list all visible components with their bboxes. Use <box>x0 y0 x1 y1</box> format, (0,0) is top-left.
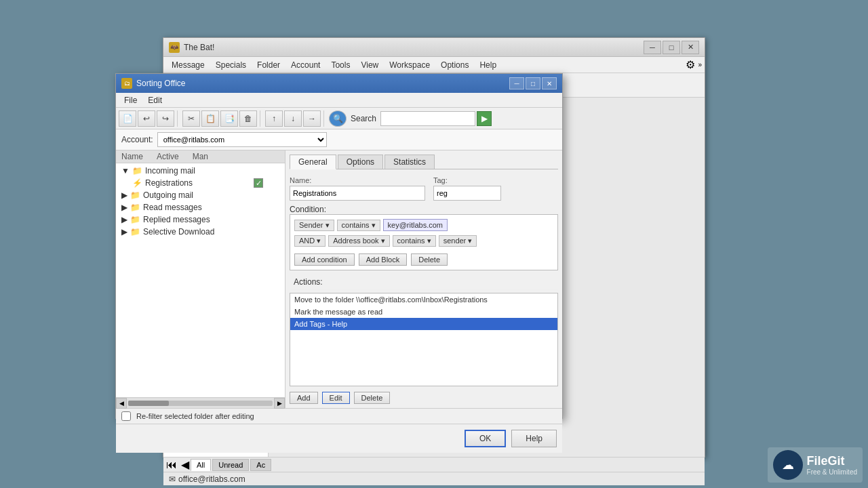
ok-button[interactable]: OK <box>465 430 506 447</box>
bottom-tabs: ⏮ ◀ All Unread Ac <box>163 457 705 472</box>
main-menubar: Message Specials Folder Account Tools Vi… <box>163 57 705 73</box>
dialog-body: Name Active Man ▼ 📁 Incoming mail ⚡ Regi… <box>116 150 562 408</box>
actions-box: Move to the folder \\office@ritlabs.com\… <box>290 293 558 386</box>
close-button[interactable]: ✕ <box>682 41 699 54</box>
dialog-title: Sorting Office <box>136 79 508 88</box>
h-scrollbar[interactable]: ◀ ▶ <box>116 397 285 408</box>
condition-box: Sender ▾ contains ▾ key@ritlabs.com AND … <box>290 214 558 270</box>
cond-value-1[interactable]: key@ritlabs.com <box>383 219 448 231</box>
tab-statistics[interactable]: Statistics <box>384 155 435 169</box>
menu-folder[interactable]: Folder <box>252 58 285 72</box>
menu-help[interactable]: Help <box>474 58 502 72</box>
delete-condition-button[interactable]: Delete <box>411 253 448 266</box>
filter-active-checkbox[interactable]: ✓ <box>254 178 263 188</box>
add-block-button[interactable]: Add Block <box>359 253 408 266</box>
dtb-undo[interactable]: ↩ <box>138 110 155 127</box>
filter-folder-selective[interactable]: ▶ 📁 Selective Download <box>116 226 285 238</box>
add-action-button[interactable]: Add <box>290 392 318 404</box>
dtb-paste[interactable]: 📑 <box>220 110 238 127</box>
edit-action-button[interactable]: Edit <box>322 392 350 404</box>
dialog-menu-file[interactable]: File <box>119 94 142 107</box>
folder-name: Incoming mail <box>145 166 195 176</box>
menu-tools[interactable]: Tools <box>326 58 355 72</box>
dtb-sep3 <box>323 110 326 127</box>
filter-folder-incoming[interactable]: ▼ 📁 Incoming mail <box>116 165 285 177</box>
dialog-menu-edit[interactable]: Edit <box>142 94 167 107</box>
action-item-3[interactable]: Add Tags - Help <box>290 318 557 330</box>
cond-contains-btn[interactable]: contains ▾ <box>337 220 380 231</box>
tag-input[interactable] <box>433 186 501 201</box>
dialog-bottom: Re-filter selected folder after editing <box>116 408 562 424</box>
expand-icon[interactable]: » <box>698 61 702 68</box>
cond-addressbook-btn[interactable]: Address book ▾ <box>328 235 389 247</box>
condition-row-1: Sender ▾ contains ▾ key@ritlabs.com <box>294 219 553 231</box>
dtb-up[interactable]: ↑ <box>265 110 283 127</box>
menu-account[interactable]: Account <box>285 58 326 72</box>
menu-specials[interactable]: Specials <box>210 58 252 72</box>
cond-contains2-btn[interactable]: contains ▾ <box>393 235 436 247</box>
dialog-maximize[interactable]: □ <box>526 77 540 89</box>
dtb-cut[interactable]: ✂ <box>182 110 200 127</box>
menu-message[interactable]: Message <box>166 58 210 72</box>
dtb-search-icon-btn[interactable]: 🔍 <box>329 110 347 127</box>
filter-folder-read[interactable]: ▶ 📁 Read messages <box>116 201 285 214</box>
action-item-1[interactable]: Move to the folder \\office@ritlabs.com\… <box>290 293 557 306</box>
folder-icon: 📁 <box>130 215 140 224</box>
nav-prev[interactable]: ◀ <box>181 458 189 471</box>
tab-general[interactable]: General <box>290 155 336 169</box>
tab-unread[interactable]: Unread <box>212 459 249 471</box>
dialog-close[interactable]: ✕ <box>542 77 557 89</box>
tab-all[interactable]: All <box>191 459 211 471</box>
folder-name: Selective Download <box>143 227 214 237</box>
tab-ac[interactable]: Ac <box>250 459 271 471</box>
dtb-down[interactable]: ↓ <box>284 110 302 127</box>
search-input[interactable] <box>380 111 475 126</box>
scroll-right[interactable]: ▶ <box>274 398 285 409</box>
account-label: Account: <box>121 135 153 144</box>
cond-sender2-btn[interactable]: sender ▾ <box>439 235 477 247</box>
minimize-button[interactable]: ─ <box>644 41 661 54</box>
search-label: Search <box>348 114 379 123</box>
filter-item-registrations[interactable]: ⚡ Registrations ✓ <box>116 177 285 189</box>
settings-icon[interactable]: ⚙ <box>686 58 695 71</box>
maximize-button[interactable]: □ <box>663 41 680 54</box>
menu-view[interactable]: View <box>355 58 384 72</box>
cond-and-btn[interactable]: AND ▾ <box>294 235 326 247</box>
filegit-logo: ☁ <box>773 450 803 480</box>
condition-row-2: AND ▾ Address book ▾ contains ▾ sender ▾ <box>294 235 553 247</box>
dialog-minimize[interactable]: ─ <box>509 77 524 89</box>
dialog-menubar: File Edit <box>116 93 562 108</box>
dtb-delete[interactable]: 🗑 <box>239 110 257 127</box>
condition-title: Condition: <box>290 205 326 214</box>
menu-options[interactable]: Options <box>435 58 474 72</box>
filegit-sub: Free & Unlimited <box>807 468 857 476</box>
add-condition-button[interactable]: Add condition <box>294 253 355 266</box>
nav-first[interactable]: ⏮ <box>166 459 177 471</box>
scroll-left[interactable]: ◀ <box>116 398 127 409</box>
name-input[interactable] <box>290 186 425 201</box>
action-item-2[interactable]: Mark the message as read <box>290 306 557 318</box>
filter-detail-panel: General Options Statistics Name: Tag: Co… <box>285 150 562 408</box>
dtb-redo[interactable]: ↪ <box>157 110 174 127</box>
filter-folder-replied[interactable]: ▶ 📁 Replied messages <box>116 214 285 226</box>
main-title: The Bat! <box>184 43 644 52</box>
folder-name: Read messages <box>143 203 202 212</box>
dtb-copy[interactable]: 📋 <box>201 110 219 127</box>
dtb-new[interactable]: 📄 <box>119 110 136 127</box>
folder-name: Replied messages <box>143 215 210 224</box>
help-button[interactable]: Help <box>511 430 557 447</box>
filter-folder-outgoing[interactable]: ▶ 📁 Outgoing mail <box>116 189 285 201</box>
delete-action-button[interactable]: Delete <box>354 392 391 404</box>
scroll-track[interactable] <box>128 401 273 406</box>
cond-sender-btn[interactable]: Sender ▾ <box>294 220 334 231</box>
tab-options[interactable]: Options <box>338 155 383 169</box>
search-go-button[interactable]: ▶ <box>477 111 492 126</box>
action-buttons: Add Edit Delete <box>290 392 558 404</box>
refilter-checkbox[interactable] <box>121 411 131 421</box>
menu-workspace[interactable]: Workspace <box>384 58 435 72</box>
account-select[interactable]: office@ritlabs.com <box>157 132 327 147</box>
status-text: office@ritlabs.com <box>178 474 245 484</box>
scroll-thumb[interactable] <box>128 401 169 406</box>
dtb-right[interactable]: → <box>303 110 321 127</box>
filter-item-name: Registrations <box>145 178 251 188</box>
